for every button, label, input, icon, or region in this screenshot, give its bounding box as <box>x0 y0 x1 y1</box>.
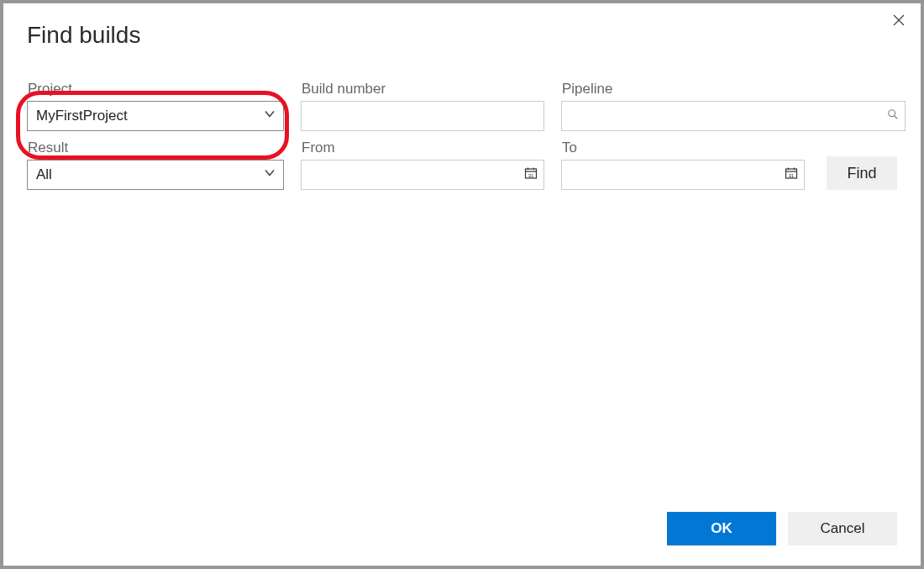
label-to: To <box>561 140 805 156</box>
from-input-wrap: 31 <box>301 160 544 190</box>
label-pipeline: Pipeline <box>561 81 906 97</box>
row-2: Result All From <box>27 138 897 190</box>
result-dropdown-value: All <box>36 166 52 183</box>
label-project: Project <box>27 81 284 97</box>
svg-text:31: 31 <box>789 173 795 178</box>
close-icon <box>893 14 905 29</box>
label-from: From <box>301 140 544 156</box>
chevron-down-icon <box>263 108 276 125</box>
to-input-wrap: 31 <box>561 160 805 190</box>
svg-text:31: 31 <box>528 173 534 178</box>
pipeline-input-wrap <box>561 101 906 131</box>
project-dropdown-value: MyFirstProject <box>36 108 128 124</box>
svg-point-2 <box>889 110 895 117</box>
find-button[interactable]: Find <box>827 156 897 190</box>
search-icon[interactable] <box>887 108 899 124</box>
field-build-number: Build number <box>301 81 544 131</box>
to-input[interactable] <box>561 160 805 190</box>
dialog-title: Find builds <box>3 3 921 49</box>
result-dropdown[interactable]: All <box>27 160 284 190</box>
row-1: Project MyFirstProject Build number Pipe… <box>27 81 897 131</box>
cancel-button[interactable]: Cancel <box>788 512 897 545</box>
label-result: Result <box>27 140 284 156</box>
pipeline-input[interactable] <box>561 101 906 131</box>
close-button[interactable] <box>889 12 909 32</box>
calendar-icon[interactable]: 31 <box>524 166 538 183</box>
find-builds-dialog: Find builds Project MyFirstProject Build… <box>3 3 921 566</box>
label-build-number: Build number <box>301 81 544 97</box>
form-area: Project MyFirstProject Build number Pipe… <box>3 49 921 197</box>
build-number-input[interactable] <box>301 101 544 131</box>
project-dropdown[interactable]: MyFirstProject <box>27 101 284 131</box>
dialog-footer: OK Cancel <box>3 512 921 566</box>
chevron-down-icon <box>263 166 276 184</box>
field-result: Result All <box>27 138 284 190</box>
ok-button[interactable]: OK <box>667 512 776 545</box>
from-input[interactable] <box>301 160 544 190</box>
field-from: From 31 <box>301 138 544 190</box>
field-pipeline: Pipeline <box>561 81 906 131</box>
field-project: Project MyFirstProject <box>27 81 284 131</box>
calendar-icon[interactable]: 31 <box>785 166 798 183</box>
svg-line-3 <box>895 116 898 119</box>
field-to: To 31 <box>561 138 805 190</box>
